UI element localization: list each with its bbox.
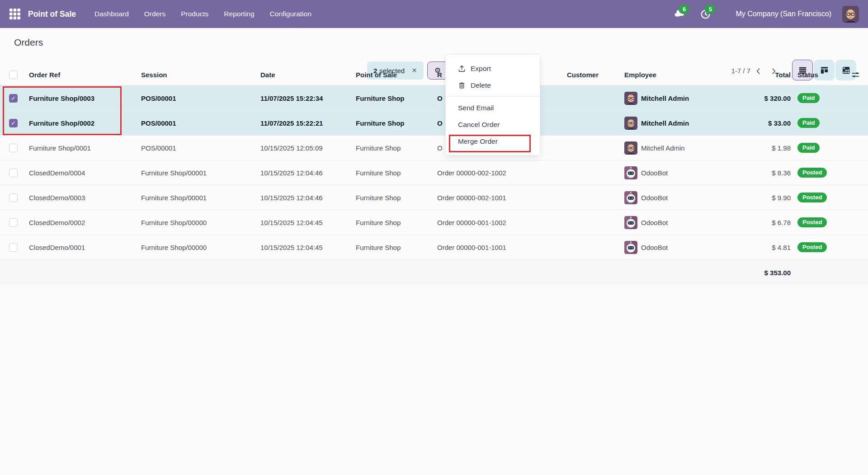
adjust-columns-button[interactable] — [843, 64, 868, 85]
column-header-customer[interactable]: Customer — [560, 64, 617, 85]
cell-employee: Mitchell Admin — [617, 111, 736, 135]
status-badge: Posted — [797, 217, 827, 228]
menu-item-cancel-order[interactable]: Cancel Order — [446, 116, 540, 133]
nav-item-dashboard[interactable]: Dashboard — [89, 6, 135, 22]
column-header-date[interactable]: Date — [253, 64, 349, 85]
status-badge: Paid — [797, 143, 820, 153]
cell-order_ref: Furniture Shop/0002 — [22, 111, 134, 135]
cell-pos: Furniture Shop — [349, 136, 430, 160]
table-row-furniture-shop-0002[interactable]: Furniture Shop/0002POS/0000111/07/2025 1… — [0, 111, 868, 136]
messages-icon[interactable]: 6 — [671, 6, 687, 22]
row-checkbox[interactable] — [9, 243, 18, 252]
table-row-furniture-shop-0001[interactable]: Furniture Shop/0001POS/0000110/15/2025 1… — [0, 136, 868, 160]
control-panel: Orders 2 selected ✕ ⚙ Actions 1-7 / 7 — [0, 28, 868, 64]
menu-item-label: Cancel Order — [458, 121, 500, 129]
menu-item-label: Send Email — [458, 104, 494, 112]
cell-total: $ 8.36 — [736, 160, 791, 185]
cell-session: Furniture Shop/00001 — [134, 160, 253, 185]
menu-item-export[interactable]: Export — [446, 60, 540, 77]
cell-total: $ 6.78 — [736, 210, 791, 235]
cell-status: Posted — [791, 160, 843, 185]
status-badge: Paid — [797, 93, 820, 103]
actions-dropdown-menu: ExportDeleteSend EmailCancel OrderMerge … — [445, 54, 540, 155]
row-checkbox[interactable] — [9, 144, 18, 152]
cell-pos: Furniture Shop — [349, 185, 430, 210]
cell-employee: OdooBot — [617, 185, 736, 210]
column-header-employee[interactable]: Employee — [617, 64, 736, 85]
nav-item-orders[interactable]: Orders — [138, 6, 171, 22]
odoobot-avatar — [624, 216, 637, 229]
menu-item-delete[interactable]: Delete — [446, 77, 540, 94]
cell-total: $ 4.81 — [736, 235, 791, 259]
cell-total: $ 33.00 — [736, 111, 791, 135]
nav-item-products[interactable]: Products — [175, 6, 214, 22]
cell-pos: Furniture Shop — [349, 111, 430, 135]
odoobot-avatar — [624, 191, 637, 204]
status-badge: Posted — [797, 242, 827, 253]
cell-date: 10/15/2025 12:04:46 — [253, 185, 349, 210]
nav-item-configuration[interactable]: Configuration — [264, 6, 317, 22]
column-header-total[interactable]: Total — [736, 64, 791, 85]
cell-receipt: Order 00000-002-1001 — [430, 185, 560, 210]
top-navbar: Point of Sale DashboardOrdersProductsRep… — [0, 0, 868, 28]
nav-item-reporting[interactable]: Reporting — [218, 6, 260, 22]
table-row-closeddemo-0004[interactable]: ClosedDemo/0004Furniture Shop/0000110/15… — [0, 160, 868, 185]
user-avatar[interactable] — [842, 6, 859, 23]
row-checkbox[interactable] — [9, 193, 18, 202]
cell-session: POS/00001 — [134, 86, 253, 110]
select-all-checkbox[interactable] — [9, 71, 18, 79]
menu-item-label: Export — [471, 65, 491, 73]
menu-item-merge-order[interactable]: Merge Order — [446, 133, 540, 150]
footer-total: $ 353.00 — [736, 260, 791, 285]
table-row-closeddemo-0003[interactable]: ClosedDemo/0003Furniture Shop/0000110/15… — [0, 185, 868, 210]
row-checkbox[interactable] — [9, 218, 18, 227]
cell-date: 10/15/2025 12:04:45 — [253, 210, 349, 235]
menu-item-label: Merge Order — [458, 137, 498, 146]
cell-session: POS/00001 — [134, 111, 253, 135]
cell-customer — [560, 111, 617, 135]
cell-employee: Mitchell Admin — [617, 136, 736, 160]
cell-order_ref: ClosedDemo/0003 — [22, 185, 134, 210]
cell-status: Posted — [791, 185, 843, 210]
cell-status: Paid — [791, 136, 843, 160]
app-title[interactable]: Point of Sale — [28, 9, 76, 19]
orders-list: Order RefSessionDatePoint of SaleRCustom… — [0, 64, 868, 285]
cell-receipt: Order 00000-001-1002 — [430, 210, 560, 235]
table-row-furniture-shop-0003[interactable]: Furniture Shop/0003POS/0000111/07/2025 1… — [0, 86, 868, 111]
row-checkbox[interactable] — [9, 119, 18, 127]
cell-session: Furniture Shop/00000 — [134, 210, 253, 235]
row-checkbox[interactable] — [9, 94, 18, 103]
apps-grid-icon[interactable] — [8, 7, 22, 21]
odoobot-avatar — [624, 166, 637, 179]
menu-item-label: Delete — [471, 81, 491, 89]
menu-divider — [446, 96, 540, 97]
cell-customer — [560, 136, 617, 160]
cell-customer — [560, 185, 617, 210]
mitchell-admin-avatar — [624, 141, 637, 155]
cell-employee: OdooBot — [617, 235, 736, 259]
table-row-closeddemo-0001[interactable]: ClosedDemo/0001Furniture Shop/0000010/15… — [0, 235, 868, 260]
column-header-status[interactable]: Status — [791, 64, 843, 85]
activities-icon[interactable]: 5 — [698, 6, 713, 22]
cell-total: $ 320.00 — [736, 86, 791, 110]
column-header-order_ref[interactable]: Order Ref — [22, 64, 134, 85]
cell-pos: Furniture Shop — [349, 86, 430, 110]
row-checkbox[interactable] — [9, 169, 18, 177]
cell-order_ref: ClosedDemo/0004 — [22, 160, 134, 185]
cell-pos: Furniture Shop — [349, 210, 430, 235]
cell-session: POS/00001 — [134, 136, 253, 160]
cell-date: 10/15/2025 12:05:09 — [253, 136, 349, 160]
column-header-pos[interactable]: Point of Sale — [349, 64, 430, 85]
company-switcher[interactable]: My Company (San Francisco) — [736, 10, 831, 18]
trash-icon — [458, 81, 466, 89]
odoobot-avatar — [624, 241, 637, 254]
cell-status: Posted — [791, 210, 843, 235]
cell-customer — [560, 160, 617, 185]
cell-date: 11/07/2025 15:22:34 — [253, 86, 349, 110]
table-row-closeddemo-0002[interactable]: ClosedDemo/0002Furniture Shop/0000010/15… — [0, 210, 868, 235]
menu-item-send-email[interactable]: Send Email — [446, 99, 540, 116]
column-header-session[interactable]: Session — [134, 64, 253, 85]
cell-pos: Furniture Shop — [349, 160, 430, 185]
cell-customer — [560, 235, 617, 259]
export-icon — [458, 65, 466, 72]
